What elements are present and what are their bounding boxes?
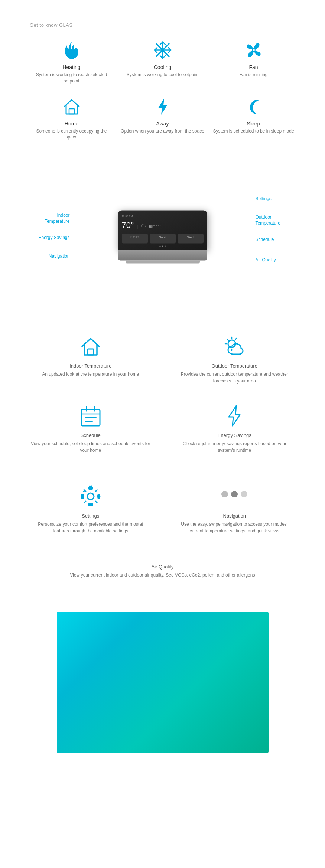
home-label: Home bbox=[65, 121, 78, 127]
thermostat-stand bbox=[126, 261, 200, 264]
sleep-item: Sleep System is scheduled to be in sleep… bbox=[212, 95, 295, 141]
icon-grid: Heating System is working to reach selec… bbox=[30, 39, 295, 140]
thermostat-btn-good: Good bbox=[150, 234, 176, 244]
settings-section: Settings Personalize your comfort prefer… bbox=[0, 469, 325, 549]
thermostat-btn-hours: 2 hours __________ bbox=[122, 234, 148, 244]
device-wrapper: Indoor Temperature Energy Savings Naviga… bbox=[33, 177, 293, 296]
feature-outdoor-desc: Provides the current outdoor temperature… bbox=[174, 371, 296, 384]
home-desc: Someone is currently occupying the space bbox=[30, 128, 113, 141]
thermostat-indoor-temp: 70° bbox=[122, 221, 134, 230]
feature-indoor-desc: An updated look at the temperature in yo… bbox=[42, 371, 139, 378]
feature-schedule-desc: View your schedule, set sleep times and … bbox=[30, 440, 152, 454]
feature-sun-cloud-icon bbox=[221, 333, 247, 359]
home-icon bbox=[61, 95, 83, 118]
cooling-label: Cooling bbox=[154, 64, 171, 70]
fan-icon bbox=[243, 39, 265, 61]
heating-item: Heating System is working to reach selec… bbox=[30, 39, 113, 84]
section-title: Get to know GLAS bbox=[30, 22, 295, 28]
thermostat-divider: | bbox=[137, 225, 138, 229]
snowflake-icon bbox=[152, 39, 174, 61]
settings-grid: Settings Personalize your comfort prefer… bbox=[30, 483, 295, 534]
outdoor-temp-label: Outdoor Temperature bbox=[256, 215, 289, 226]
gradient-section bbox=[0, 601, 325, 764]
feature-lightning-icon bbox=[221, 403, 247, 429]
navigation-label-device: Navigation bbox=[36, 254, 70, 260]
cooling-desc: System is working to cool to setpoint bbox=[126, 72, 198, 78]
air-quality-section: Air Quality View your current indoor and… bbox=[0, 549, 325, 601]
feature-home-icon bbox=[78, 333, 104, 359]
sleep-label: Sleep bbox=[247, 121, 260, 127]
dots-icon bbox=[221, 483, 247, 509]
away-item: Away Option when you are away from the s… bbox=[121, 95, 204, 141]
flame-icon bbox=[61, 39, 83, 61]
away-desc: Option when you are away from the space bbox=[121, 128, 204, 134]
feature-energy: Energy Savings Check regular energy-savi… bbox=[174, 403, 296, 454]
svg-point-28 bbox=[87, 493, 94, 500]
air-quality-title: Air Quality bbox=[30, 564, 295, 570]
feature-indoor-temp: Indoor Temperature An updated look at th… bbox=[30, 333, 152, 384]
schedule-label-device: Schedule bbox=[256, 237, 289, 243]
settings-desc: Personalize your comfort preferences and… bbox=[30, 521, 152, 534]
thermostat-dots bbox=[122, 246, 204, 247]
thermostat-cloud-icon bbox=[141, 224, 146, 229]
thermostat-btn-wed: Wed bbox=[178, 234, 204, 244]
settings-label-device: Settings bbox=[256, 196, 289, 202]
thermostat-wifi-icon: ⋮ bbox=[201, 215, 204, 218]
svg-rect-14 bbox=[69, 109, 74, 114]
feature-schedule-label: Schedule bbox=[81, 433, 101, 438]
svg-rect-15 bbox=[88, 349, 94, 355]
sleep-desc: System is scheduled to be in sleep mode bbox=[213, 128, 294, 134]
fan-label: Fan bbox=[249, 64, 258, 70]
svg-line-20 bbox=[227, 339, 228, 340]
feature-calendar-icon bbox=[78, 403, 104, 429]
settings-label: Settings bbox=[82, 513, 99, 519]
lightning-icon bbox=[152, 95, 174, 118]
feature-energy-desc: Check regular energy-savings reports bas… bbox=[174, 440, 296, 454]
nav-dot-2 bbox=[231, 491, 238, 497]
home-item: Home Someone is currently occupying the … bbox=[30, 95, 113, 141]
thermostat-device: 12:36 PM ⋮ 70° | 68° 41° bbox=[118, 211, 207, 264]
intro-section: Get to know GLAS Heating System is worki… bbox=[0, 0, 325, 155]
thermostat-temps-row: 70° | 68° 41° bbox=[122, 219, 204, 232]
navigation-label: Navigation bbox=[223, 513, 246, 519]
fan-item: Fan Fan is running bbox=[212, 39, 295, 84]
cooling-item: Cooling System is working to cool to set… bbox=[121, 39, 204, 84]
feature-outdoor-label: Outdoor Temperature bbox=[212, 363, 257, 369]
thermostat-outdoor-temp: 68° 41° bbox=[149, 225, 161, 229]
features-grid: Indoor Temperature An updated look at th… bbox=[30, 333, 295, 454]
page-container: Get to know GLAS Heating System is worki… bbox=[0, 0, 325, 764]
navigation-desc: Use the easy, swipe navigation to access… bbox=[174, 521, 296, 534]
device-section: Indoor Temperature Energy Savings Naviga… bbox=[0, 155, 325, 319]
settings-item: Settings Personalize your comfort prefer… bbox=[30, 483, 152, 534]
air-quality-desc: View your current indoor and outdoor air… bbox=[30, 572, 295, 578]
gear-icon bbox=[78, 483, 104, 509]
nav-dot-1 bbox=[221, 491, 228, 497]
thermostat-topbar: 12:36 PM ⋮ bbox=[122, 215, 204, 218]
thermostat-base bbox=[118, 250, 207, 261]
feature-indoor-label: Indoor Temperature bbox=[69, 363, 111, 369]
moon-icon bbox=[243, 95, 265, 118]
feature-outdoor-temp: Outdoor Temperature Provides the current… bbox=[174, 333, 296, 384]
air-quality-label-device: Air Quality bbox=[256, 257, 289, 263]
indoor-temp-label: Indoor Temperature bbox=[36, 213, 70, 224]
heating-label: Heating bbox=[62, 64, 80, 70]
navigation-item: Navigation Use the easy, swipe navigatio… bbox=[174, 483, 296, 534]
away-label: Away bbox=[156, 121, 169, 127]
thermostat-body: 12:36 PM ⋮ 70° | 68° 41° bbox=[118, 211, 207, 250]
thermostat-time: 12:36 PM bbox=[122, 215, 133, 218]
nav-dot-3 bbox=[241, 491, 247, 497]
thermostat-buttons-row: 2 hours __________ Good Wed bbox=[122, 234, 204, 244]
feature-energy-label: Energy Savings bbox=[218, 433, 251, 438]
fan-desc: Fan is running bbox=[239, 72, 267, 78]
gradient-footer bbox=[57, 612, 269, 753]
svg-point-13 bbox=[253, 49, 255, 51]
features-section: Indoor Temperature An updated look at th… bbox=[0, 319, 325, 469]
svg-line-21 bbox=[235, 338, 237, 339]
heating-desc: System is working to reach selected setp… bbox=[30, 72, 113, 84]
energy-savings-label: Energy Savings bbox=[36, 235, 70, 241]
feature-schedule: Schedule View your schedule, set sleep t… bbox=[30, 403, 152, 454]
